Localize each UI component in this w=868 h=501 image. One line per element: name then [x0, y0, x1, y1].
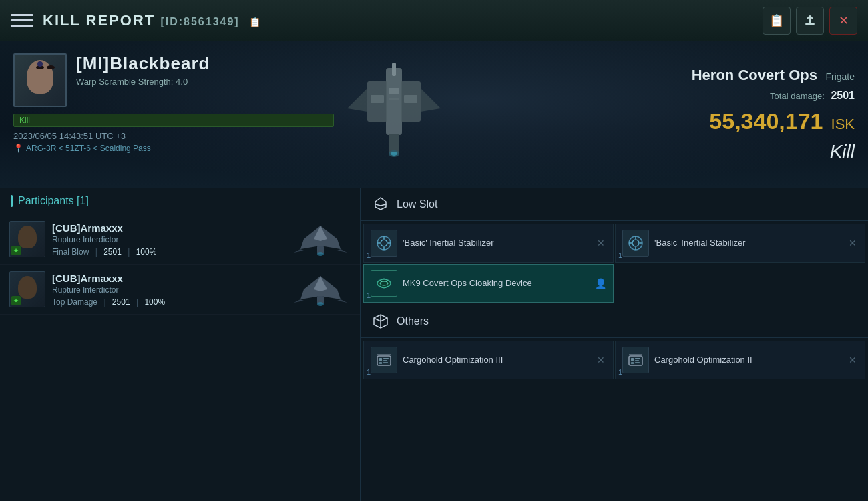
participant-ship-1: Rupture Interdictor	[52, 235, 284, 244]
participant-name-2: [CUB]Armaxxx	[52, 273, 284, 284]
participant-info-2: [CUB]Armaxxx Rupture Interdictor Top Dam…	[52, 273, 284, 307]
header: KILL REPORT [ID:8561349] 📋 📋 ✕	[0, 0, 868, 41]
kill-result: Kill	[830, 141, 855, 162]
location-link[interactable]: 📍 ARG-3R < 51ZT-6 < Scalding Pass	[13, 144, 334, 153]
copy-button[interactable]: 📋	[763, 7, 791, 35]
hero-left: [MI]Blackbeard Warp Scramble Strength: 4…	[0, 41, 347, 188]
star-badge-2: ★	[11, 296, 21, 305]
character-name: [MI]Blackbeard	[76, 53, 334, 74]
participant-stats-1: Final Blow | 2501 | 100%	[52, 247, 284, 257]
inertial-stabilizer-icon	[375, 234, 393, 253]
item-name-3: MK9 Covert Ops Cloaking Device	[403, 278, 590, 289]
main-content: Participants [1] ★ [CUB]Armaxxx Rupture …	[0, 188, 868, 501]
isk-value: 55,340,171	[709, 108, 823, 134]
total-damage-label: Total damage: 2501	[770, 90, 855, 102]
svg-rect-41	[635, 362, 640, 363]
inertial-stabilizer-icon-2	[626, 234, 645, 253]
participant-stats-2: Top Damage | 2501 | 100%	[52, 297, 284, 307]
character-info: [MI]Blackbeard Warp Scramble Strength: 4…	[76, 53, 334, 87]
isk-label: ISK	[831, 116, 855, 133]
others-header: Others	[361, 305, 868, 338]
svg-point-12	[317, 252, 324, 256]
cargohold-opt-icon-2	[626, 351, 645, 369]
participant-avatar-1: ★	[9, 221, 45, 257]
others-item-name-1: Cargohold Optimization III	[403, 355, 590, 366]
item-card-2[interactable]: 1 'Basic' Inertial Stabilizer ✕	[615, 224, 865, 263]
ship-svg	[327, 61, 461, 168]
svg-rect-9	[371, 95, 384, 103]
others-item-icon-1	[371, 347, 397, 373]
others-item-close-1[interactable]: ✕	[596, 353, 606, 367]
svg-rect-30	[379, 358, 382, 361]
svg-rect-8	[389, 98, 399, 100]
svg-rect-1	[392, 63, 396, 76]
svg-point-27	[377, 279, 391, 287]
svg-rect-37	[631, 358, 634, 361]
cloaking-device-icon	[375, 274, 393, 293]
svg-rect-32	[383, 358, 389, 359]
participant-info-1: [CUB]Armaxxx Rupture Interdictor Final B…	[52, 222, 284, 257]
participant-card-2[interactable]: ★ [CUB]Armaxxx Rupture Interdictor Top D…	[0, 265, 360, 315]
item-card[interactable]: 1 'Basic' Inertial Stabilizer ✕	[363, 224, 614, 263]
svg-point-14	[317, 302, 324, 306]
others-item-name-2: Cargohold Optimization II	[654, 355, 842, 366]
participant-ship-2: Rupture Interdictor	[52, 285, 284, 295]
page-title: KILL REPORT [ID:8561349] 📋	[43, 12, 262, 29]
svg-rect-10	[404, 95, 417, 103]
warp-scramble: Warp Scramble Strength: 4.0	[76, 77, 334, 87]
low-slot-icon	[371, 195, 390, 214]
svg-rect-0	[386, 68, 402, 135]
close-button[interactable]: ✕	[829, 7, 857, 35]
kill-date: 2023/06/05 14:43:51 UTC +3	[13, 131, 334, 141]
export-icon	[803, 14, 817, 27]
participant-ship-svg-1	[290, 222, 351, 256]
header-actions: 📋 ✕	[763, 7, 857, 35]
hero-right: Heron Covert Ops Frigate Total damage: 2…	[668, 41, 855, 188]
svg-rect-33	[383, 360, 387, 361]
item-icon-3	[371, 270, 397, 297]
avatar	[13, 53, 67, 107]
person-icon: 👤	[595, 278, 606, 289]
menu-icon[interactable]	[11, 9, 33, 32]
item-name-2: 'Basic' Inertial Stabilizer	[654, 238, 842, 249]
copy-icon[interactable]: 📋	[249, 17, 262, 27]
svg-rect-39	[635, 358, 640, 359]
hero-top: [MI]Blackbeard Warp Scramble Strength: 4…	[13, 53, 334, 107]
ship-class: Heron Covert Ops Frigate	[692, 67, 855, 84]
equipment-panel: Low Slot 1 'Basic' Inertial Stabilizer	[361, 188, 868, 501]
star-badge-1: ★	[11, 246, 21, 255]
item-name-1: 'Basic' Inertial Stabilizer	[403, 238, 590, 249]
hero-section: [MI]Blackbeard Warp Scramble Strength: 4…	[0, 41, 868, 188]
others-icon	[371, 312, 390, 331]
location-icon: 📍	[13, 144, 23, 153]
participants-panel: Participants [1] ★ [CUB]Armaxxx Rupture …	[0, 188, 361, 501]
others-item-card-2[interactable]: 1 Cargohold Optimization II ✕	[615, 341, 865, 379]
low-slot-items: 1 'Basic' Inertial Stabilizer ✕ 1	[361, 221, 868, 305]
others-item-icon-2	[622, 347, 649, 373]
svg-rect-7	[389, 88, 399, 94]
svg-point-6	[391, 152, 397, 156]
cube-icon	[373, 313, 389, 329]
participant-card[interactable]: ★ [CUB]Armaxxx Rupture Interdictor Final…	[0, 214, 360, 265]
svg-rect-31	[379, 362, 382, 364]
participants-header: Participants [1]	[0, 188, 360, 214]
kill-badge: Kill	[13, 114, 334, 127]
participant-ship-svg-2	[290, 273, 351, 306]
cargohold-opt-icon-1	[375, 351, 393, 369]
item-icon-1	[371, 230, 397, 257]
svg-rect-38	[631, 362, 634, 364]
item-card-3[interactable]: 1 MK9 Covert Ops Cloaking Device 👤	[363, 264, 614, 303]
item-close-2[interactable]: ✕	[847, 236, 858, 250]
others-item-card-1[interactable]: 1 Cargohold Optimization III ✕	[363, 341, 614, 379]
svg-rect-34	[383, 362, 388, 363]
participant-avatar-2: ★	[9, 271, 45, 307]
others-items: 1 Cargohold Optimization III ✕	[361, 338, 868, 382]
item-icon-2	[622, 230, 649, 257]
low-slot-header: Low Slot	[361, 188, 868, 221]
svg-rect-40	[635, 360, 639, 361]
export-button[interactable]	[796, 7, 824, 35]
others-item-close-2[interactable]: ✕	[847, 353, 858, 367]
item-close-1[interactable]: ✕	[596, 236, 606, 250]
participant-name-1: [CUB]Armaxxx	[52, 222, 284, 234]
